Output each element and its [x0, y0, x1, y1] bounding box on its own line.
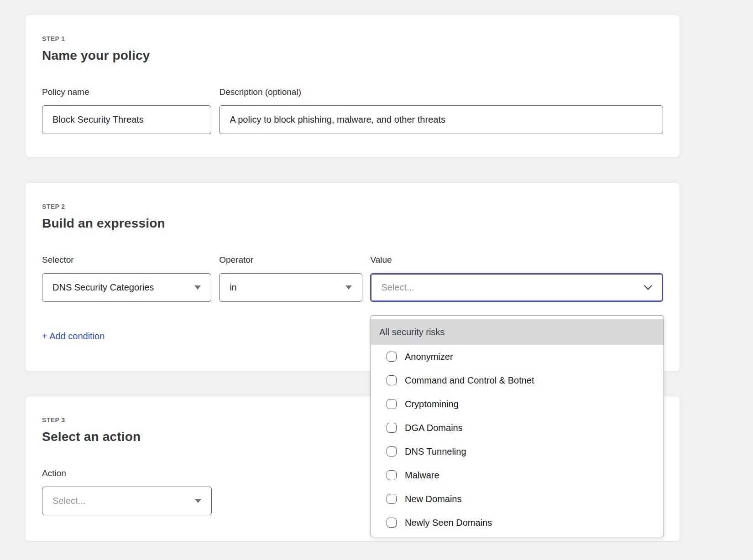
option-label: New Domains — [405, 494, 461, 504]
option-checkbox[interactable] — [387, 375, 397, 385]
option-checkbox[interactable] — [387, 446, 397, 456]
dropdown-option[interactable]: Anonymizer — [371, 345, 664, 368]
dropdown-option[interactable]: Cryptomining — [371, 392, 664, 416]
step1-title: Name your policy — [42, 48, 663, 63]
dropdown-option[interactable]: Malware — [371, 463, 664, 487]
option-label: Anonymizer — [405, 352, 453, 362]
step2-title: Build an expression — [42, 216, 663, 231]
option-checkbox[interactable] — [387, 352, 397, 362]
dropdown-group-header[interactable]: All security risks — [371, 319, 664, 345]
caret-down-icon — [194, 285, 201, 290]
step2-label: STEP 2 — [42, 203, 663, 210]
caret-down-icon — [195, 499, 201, 503]
dropdown-option[interactable]: Newly Seen Domains — [371, 511, 664, 534]
action-label: Action — [42, 468, 212, 478]
caret-down-icon — [345, 285, 352, 290]
option-checkbox[interactable] — [387, 518, 397, 528]
selector-select[interactable]: DNS Security Categories — [42, 273, 211, 302]
value-select-placeholder: Select... — [381, 282, 414, 293]
dropdown-options-list: AnonymizerCommand and Control & BotnetCr… — [371, 345, 664, 534]
option-checkbox[interactable] — [387, 423, 397, 433]
selector-label: Selector — [42, 255, 211, 265]
dropdown-option[interactable]: DNS Tunneling — [371, 440, 664, 463]
chevron-down-icon — [644, 285, 652, 290]
dropdown-option[interactable]: DGA Domains — [371, 416, 664, 440]
action-select[interactable]: Select... — [42, 487, 212, 515]
option-label: Malware — [405, 470, 439, 481]
option-checkbox[interactable] — [387, 494, 397, 504]
option-checkbox[interactable] — [387, 470, 397, 480]
policy-name-input[interactable] — [42, 105, 211, 134]
value-label: Value — [370, 255, 663, 265]
option-checkbox[interactable] — [387, 399, 397, 409]
option-label: Cryptomining — [405, 399, 459, 410]
step1-card: STEP 1 Name your policy Policy name Desc… — [25, 15, 680, 157]
operator-select-value: in — [230, 282, 237, 293]
action-select-placeholder: Select... — [52, 496, 85, 506]
add-condition-link[interactable]: + Add condition — [42, 331, 105, 342]
option-label: DNS Tunneling — [405, 446, 466, 457]
step1-label: STEP 1 — [42, 35, 663, 42]
description-input[interactable] — [219, 105, 663, 134]
value-select[interactable]: Select... — [370, 273, 663, 302]
description-label: Description (optional) — [219, 87, 663, 97]
option-label: DGA Domains — [405, 423, 463, 433]
selector-select-value: DNS Security Categories — [52, 282, 154, 293]
operator-select[interactable]: in — [219, 273, 362, 302]
dropdown-option[interactable]: New Domains — [371, 487, 664, 511]
dropdown-option[interactable]: Command and Control & Botnet — [371, 368, 664, 392]
option-label: Newly Seen Domains — [405, 518, 492, 528]
option-label: Command and Control & Botnet — [405, 375, 534, 386]
value-dropdown-panel: All security risks AnonymizerCommand and… — [371, 315, 664, 537]
policy-name-label: Policy name — [42, 87, 211, 97]
operator-label: Operator — [219, 255, 362, 265]
